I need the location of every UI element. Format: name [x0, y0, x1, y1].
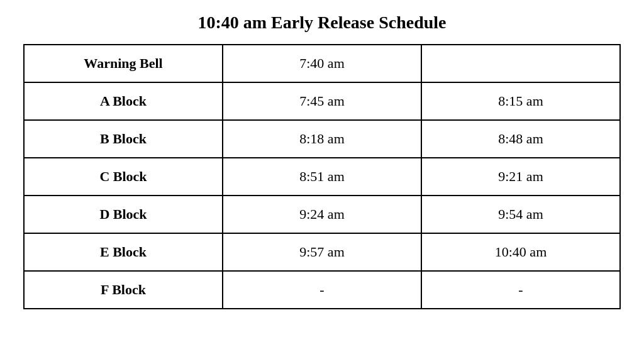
table-row: C Block8:51 am9:21 am	[24, 158, 620, 196]
row-label: C Block	[24, 158, 223, 196]
table-row: Warning Bell7:40 am	[24, 45, 620, 82]
row-end-time	[421, 45, 620, 82]
row-label: D Block	[24, 196, 223, 233]
row-start-time: 7:40 am	[223, 45, 421, 82]
row-end-time: -	[421, 271, 620, 309]
row-end-time: 8:15 am	[421, 82, 620, 120]
row-start-time: 9:57 am	[223, 233, 421, 271]
row-start-time: 8:51 am	[223, 158, 421, 196]
row-end-time: 9:21 am	[421, 158, 620, 196]
table-row: E Block9:57 am10:40 am	[24, 233, 620, 271]
row-end-time: 10:40 am	[421, 233, 620, 271]
row-start-time: 8:18 am	[223, 120, 421, 158]
table-row: A Block7:45 am8:15 am	[24, 82, 620, 120]
row-label: B Block	[24, 120, 223, 158]
table-row: B Block8:18 am8:48 am	[24, 120, 620, 158]
table-row: D Block9:24 am9:54 am	[24, 196, 620, 233]
table-row: F Block--	[24, 271, 620, 309]
row-end-time: 8:48 am	[421, 120, 620, 158]
row-end-time: 9:54 am	[421, 196, 620, 233]
schedule-table: Warning Bell7:40 amA Block7:45 am8:15 am…	[23, 44, 621, 309]
row-label: A Block	[24, 82, 223, 120]
row-label: F Block	[24, 271, 223, 309]
row-start-time: -	[223, 271, 421, 309]
row-label: E Block	[24, 233, 223, 271]
row-label: Warning Bell	[24, 45, 223, 82]
row-start-time: 9:24 am	[223, 196, 421, 233]
page-title: 10:40 am Early Release Schedule	[197, 13, 446, 33]
row-start-time: 7:45 am	[223, 82, 421, 120]
